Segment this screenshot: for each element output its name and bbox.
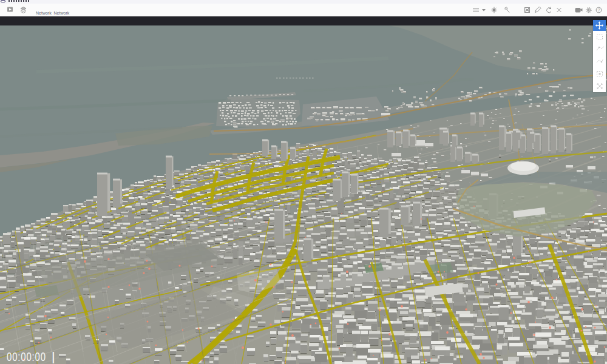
svg-text:?: ? bbox=[597, 7, 600, 13]
